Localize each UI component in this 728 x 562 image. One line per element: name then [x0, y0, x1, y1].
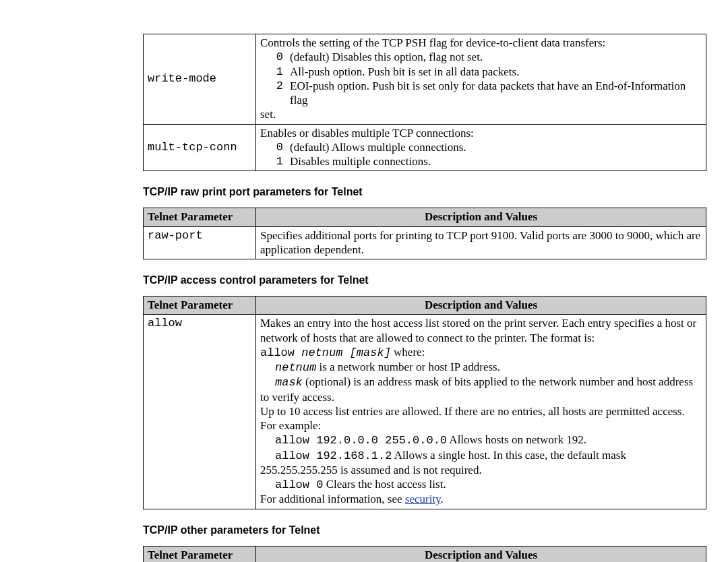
option-text: (default) Disables this option, flag not…	[290, 50, 702, 64]
table-header-row: Telnet Parameter Description and Values	[144, 296, 706, 315]
param-cell: raw-port	[144, 226, 256, 259]
param-cell: write-mode	[144, 34, 256, 125]
option-row: 2 EOI-push option. Push bit is set only …	[260, 79, 702, 108]
col-header-desc: Description and Values	[256, 208, 706, 226]
table-row: mult-tcp-conn Enables or disables multip…	[144, 124, 706, 171]
option-text: Disables multiple connections.	[290, 154, 702, 168]
option-row: 1 Disables multiple connections.	[260, 154, 702, 168]
syntax-tail: where:	[391, 346, 425, 358]
tcp-misc-table: write-mode Controls the setting of the T…	[143, 34, 706, 171]
section-heading: TCP/IP access control parameters for Tel…	[143, 274, 706, 286]
desc-line: allow 0 Clears the host access list.	[260, 477, 702, 492]
option-row: 0 (default) Allows multiple connections.	[260, 140, 702, 154]
col-header-param: Telnet Parameter	[144, 208, 256, 226]
option-number: 1	[260, 65, 290, 79]
section-heading: TCP/IP raw print port parameters for Tel…	[143, 186, 706, 198]
option-number: 2	[260, 79, 290, 108]
desc-cell: Makes an entry into the host access list…	[256, 315, 706, 509]
col-header-param: Telnet Parameter	[144, 296, 256, 315]
text-span: (optional) is an address mask of bits ap…	[260, 375, 693, 403]
desc-line: netnum is a network number or host IP ad…	[260, 360, 702, 375]
desc-line: allow 192.168.1.2 Allows a single host. …	[260, 448, 702, 478]
desc-line: Makes an entry into the host access list…	[260, 316, 702, 345]
access-control-table: Telnet Parameter Description and Values …	[143, 296, 706, 509]
text-span: .	[441, 493, 444, 505]
code-span: allow 192.0.0.0 255.0.0.0	[275, 434, 447, 447]
desc-line: Up to 10 access list entries are allowed…	[260, 404, 702, 418]
option-text: EOI-push option. Push bit is set only fo…	[290, 79, 702, 108]
option-number: 0	[260, 140, 290, 154]
desc-intro: Enables or disables multiple TCP connect…	[260, 126, 702, 140]
page: write-mode Controls the setting of the T…	[0, 0, 728, 562]
table-row: allow Makes an entry into the host acces…	[144, 315, 706, 509]
code-span: mask	[275, 376, 303, 389]
desc-line: For additional information, see security…	[260, 492, 702, 506]
code-span: allow netnum [mask]allow netnum [mask]	[260, 346, 391, 359]
col-header-desc: Description and Values	[256, 546, 706, 562]
option-number: 0	[260, 50, 290, 64]
text-span: For additional information, see	[260, 493, 405, 505]
table-header-row: Telnet Parameter Description and Values	[144, 208, 706, 226]
code-span: allow 0	[275, 478, 323, 491]
param-cell: mult-tcp-conn	[144, 124, 256, 171]
option-number: 1	[260, 154, 290, 168]
security-link[interactable]: security	[405, 493, 441, 505]
desc-intro: Controls the setting of the TCP PSH flag…	[260, 36, 702, 50]
desc-cell: Enables or disables multiple TCP connect…	[256, 124, 706, 171]
desc-line: For example:	[260, 418, 702, 433]
desc-line: allow 192.0.0.0 255.0.0.0 Allows hosts o…	[260, 433, 702, 447]
table-header-row: Telnet Parameter Description and Values	[144, 546, 706, 562]
col-header-desc: Description and Values	[256, 296, 706, 315]
raw-print-port-table: Telnet Parameter Description and Values …	[143, 208, 706, 259]
col-header-param: Telnet Parameter	[144, 546, 256, 562]
option-text: (default) Allows multiple connections.	[290, 140, 702, 154]
param-cell: allow	[144, 315, 256, 509]
desc-tail: set.	[260, 107, 702, 121]
desc-line: allow netnum [mask]allow netnum [mask] w…	[260, 345, 702, 360]
table-row: raw-port Specifies additional ports for …	[144, 226, 706, 259]
section-heading: TCP/IP other parameters for Telnet	[143, 524, 706, 536]
text-span: Clears the host access list.	[323, 478, 446, 491]
other-params-table: Telnet Parameter Description and Values	[143, 546, 706, 563]
text-span: Allows hosts on network 192.	[447, 433, 586, 446]
option-text: All-push option. Push bit is set in all …	[290, 65, 702, 79]
code-span: netnum	[275, 361, 316, 374]
table-row: write-mode Controls the setting of the T…	[144, 34, 706, 125]
code-span: allow 192.168.1.2	[275, 449, 392, 462]
desc-cell: Specifies additional ports for printing …	[256, 226, 706, 259]
text-span: is a network number or host IP address.	[316, 361, 500, 373]
option-row: 1 All-push option. Push bit is set in al…	[260, 65, 702, 79]
option-row: 0 (default) Disables this option, flag n…	[260, 50, 702, 64]
desc-line: mask (optional) is an address mask of bi…	[260, 375, 702, 404]
desc-cell: Controls the setting of the TCP PSH flag…	[256, 34, 706, 125]
